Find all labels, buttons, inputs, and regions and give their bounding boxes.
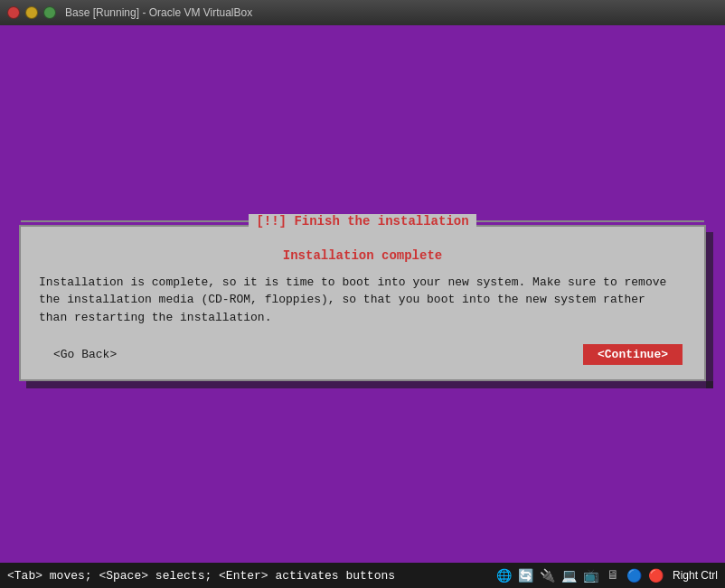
titlebar: Base [Running] - Oracle VM VirtualBox [0, 0, 725, 25]
statusbar: <Tab> moves; <Space> selects; <Enter> ac… [0, 563, 725, 588]
tray-icon-1[interactable]: 🌐 [495, 566, 513, 584]
window-title: Base [Running] - Oracle VM VirtualBox [65, 6, 252, 19]
dialog-buttons: <Go Back> <Continue> [39, 344, 686, 365]
dialog-titlebar: [!!] Finish the installation [21, 214, 704, 229]
status-text: <Tab> moves; <Space> selects; <Enter> ac… [0, 569, 395, 583]
tray-icon-4[interactable]: 💻 [560, 566, 579, 584]
title-line-right [476, 220, 704, 222]
tray-icon-6[interactable]: 🖥 [604, 566, 622, 584]
tray-icon-5[interactable]: 📺 [582, 566, 600, 584]
tray-icon-2[interactable]: 🔄 [517, 566, 535, 584]
maximize-button[interactable] [43, 6, 56, 19]
tray-icon-3[interactable]: 🔌 [539, 566, 557, 584]
dialog-shadow-bottom [26, 381, 713, 388]
continue-button[interactable]: <Continue> [583, 344, 683, 365]
go-back-button[interactable]: <Go Back> [42, 344, 127, 365]
dialog: [!!] Finish the installation Installatio… [19, 225, 706, 382]
dialog-title: [!!] Finish the installation [249, 214, 475, 229]
tray-icon-8[interactable]: 🔴 [647, 566, 665, 584]
minimize-button[interactable] [25, 6, 38, 19]
dialog-shadow-right [706, 232, 713, 389]
status-right: 🌐 🔄 🔌 💻 📺 🖥 🔵 🔴 Right Ctrl [495, 566, 725, 584]
title-line-left [21, 220, 249, 222]
tray-icon-7[interactable]: 🔵 [626, 566, 644, 584]
right-ctrl-label: Right Ctrl [673, 569, 718, 582]
dialog-message: Installation is complete, so it is time … [39, 274, 686, 327]
installation-complete-label: Installation complete [39, 248, 686, 263]
dialog-body: Installation complete Installation is co… [21, 227, 704, 380]
main-area: [!!] Finish the installation Installatio… [0, 25, 725, 563]
close-button[interactable] [7, 6, 20, 19]
